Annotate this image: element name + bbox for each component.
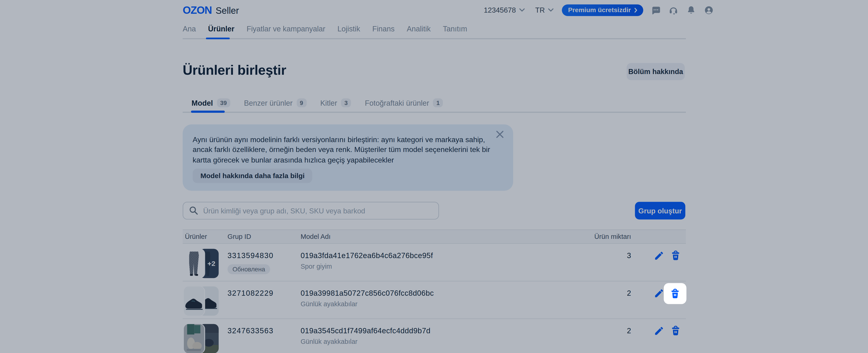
ozon-seller-page: OZON Seller 12345678 TR Premium ücretsiz… (0, 0, 868, 353)
highlighted-delete-button[interactable] (664, 283, 686, 304)
dim-overlay (0, 0, 868, 353)
